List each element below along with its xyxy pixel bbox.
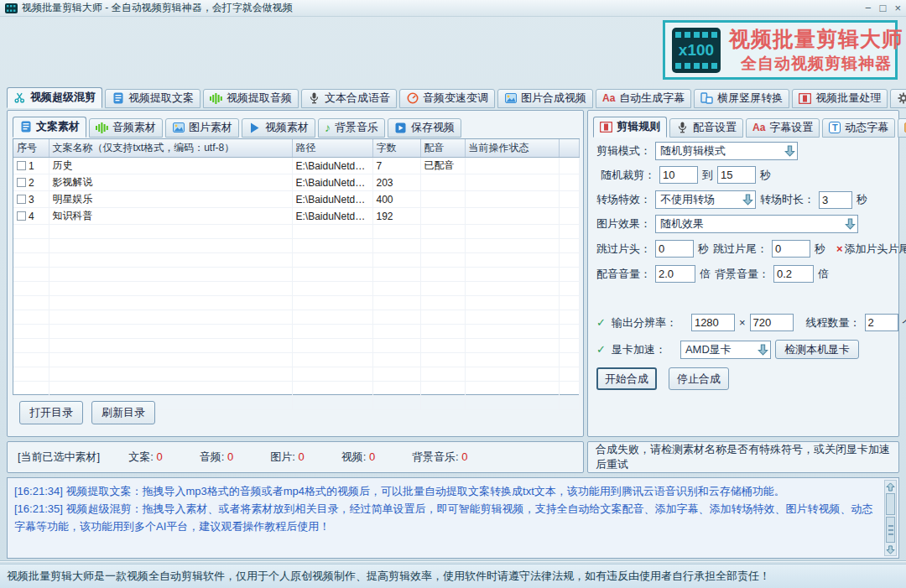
table-cell [292,253,372,268]
table-cell [465,268,559,282]
table-cell [292,239,372,253]
log-output[interactable]: [16:21:34] 视频提取文案：拖拽导入mp3格式的音频或者mp4格式的视频… [7,477,899,559]
skip-tail-input[interactable] [772,240,810,258]
times-label: 倍 [700,267,711,282]
table-cell [13,339,49,353]
gpu-value: AMD显卡 [685,342,732,357]
scroll-up-icon[interactable] [885,481,896,492]
table-cell [559,282,579,296]
open-directory-button[interactable]: 打开目录 [19,401,83,424]
table-cell [13,239,49,253]
x-mark-icon: × [836,242,843,255]
column-header[interactable]: 当前操作状态 [465,139,559,158]
row-checkbox[interactable] [17,178,26,187]
table-cell [559,396,579,410]
empty-table-row [13,353,579,367]
column-header[interactable]: 配音 [420,139,465,158]
skip-head-input[interactable] [655,240,694,258]
main-tab-6[interactable]: Aa自动生成字幕 [596,89,691,108]
table-cell [49,310,292,325]
transition-dropdown[interactable]: 不使用转场 [655,190,756,209]
random-cut-to-input[interactable] [717,166,756,184]
minimize-button[interactable]: − [865,1,872,16]
column-header[interactable]: 路径 [292,139,372,158]
start-compose-button[interactable]: 开始合成 [596,367,657,390]
rules-tab-0[interactable]: 剪辑规则 [593,117,667,138]
table-cell [372,310,420,325]
detect-gpu-button[interactable]: 检测本机显卡 [775,340,859,359]
main-tab-2[interactable]: 视频提取音频 [203,89,299,108]
scroll-down-icon[interactable] [885,544,896,555]
main-tab-0[interactable]: 视频超级混剪 [7,87,102,108]
rules-tab-3[interactable]: T动态字幕 [822,118,895,138]
script-material-table[interactable]: 序号文案名称（仅支持txt格式，编码：utf-8）路径字数配音当前操作状态1历史… [13,138,580,395]
row-checkbox-cell[interactable]: 2 [13,174,49,191]
tab-label: 保存视频 [411,120,455,135]
threads-input[interactable] [865,314,898,331]
image-icon [504,92,517,104]
main-tab-7[interactable]: 横屏竖屏转换 [694,89,789,108]
tab-label: 剪辑规则 [617,119,660,134]
row-checkbox[interactable] [17,211,26,221]
column-header[interactable]: 序号 [13,139,49,158]
compose-status-text: 合成失败，请检测素材名称是否有特殊符号，或关闭显卡加速后重试 [596,442,891,472]
image-effect-dropdown[interactable]: 随机效果 [655,215,858,233]
resolution-height-input[interactable] [750,314,794,331]
log-scrollbar[interactable] [884,480,897,556]
rules-tab-1[interactable]: 配音设置 [669,118,743,138]
table-cell [465,191,559,208]
table-cell [292,339,372,353]
close-button[interactable]: × [894,1,901,16]
column-header[interactable]: 字数 [372,139,420,158]
stop-compose-button[interactable]: 停止合成 [669,367,729,390]
rules-tab-2[interactable]: Aa字幕设置 [746,118,820,138]
rules-tab-4[interactable]: 素材目录 [898,118,906,138]
table-cell [420,310,465,325]
table-row[interactable]: 2影视解说E:\BaiduNetd…203 [13,174,579,191]
tab-label: 视频素材 [265,120,309,135]
table-cell [13,282,49,296]
row-checkbox[interactable] [17,161,26,170]
row-checkbox-cell[interactable]: 3 [13,191,49,208]
tab-label: 自动生成字幕 [619,91,685,106]
main-tab-8[interactable]: 视频批量处理 [792,89,888,108]
table-cell [420,174,465,191]
material-tab-1[interactable]: 音频素材 [89,118,163,138]
voice-volume-input[interactable] [655,265,695,283]
material-tab-3[interactable]: 视频素材 [242,118,315,138]
row-checkbox-cell[interactable]: 1 [13,158,49,174]
table-row[interactable]: 4知识科普E:\BaiduNetd…192 [13,208,579,225]
random-cut-from-input[interactable] [659,166,698,184]
add-head-tail-checkbox[interactable]: ×添加片头片尾 [836,242,906,257]
refresh-directory-button[interactable]: 刷新目录 [91,401,155,424]
edit-mode-dropdown[interactable]: 随机剪辑模式 [655,142,798,160]
scrollbar-track[interactable] [886,493,895,515]
main-tab-4[interactable]: 音频变速变调 [399,89,495,108]
column-header[interactable] [559,139,579,158]
main-tab-9[interactable]: 软件参数设置 [890,89,906,108]
material-tab-5[interactable]: 保存视频 [388,118,461,138]
resolution-width-input[interactable] [691,314,735,331]
row-checkbox-cell[interactable]: 4 [13,208,49,225]
play-icon [248,122,261,133]
main-tab-3[interactable]: 文本合成语音 [301,89,397,108]
column-header[interactable]: 文案名称（仅支持txt格式，编码：utf-8） [49,139,292,158]
transition-duration-input[interactable] [819,191,852,209]
count-value: 0 [227,450,233,463]
material-tab-4[interactable]: ♪背景音乐 [318,118,385,138]
bg-volume-input[interactable] [773,265,814,283]
material-tab-2[interactable]: 图片素材 [165,118,239,138]
material-tab-0[interactable]: 文案素材 [13,117,86,138]
main-tab-5[interactable]: 图片合成视频 [497,89,593,108]
table-cell [420,325,465,339]
table-cell [13,367,49,382]
maximize-button[interactable]: □ [880,1,887,16]
main-tab-1[interactable]: 视频提取文案 [105,89,200,108]
row-checkbox[interactable] [17,195,26,204]
count-label: 图片: [270,450,298,463]
table-row[interactable]: 3明星娱乐E:\BaiduNetd…400 [13,191,579,208]
table-row[interactable]: 1历史E:\BaiduNetd…7已配音 [13,158,579,174]
scrollbar-thumb[interactable] [886,517,895,543]
video-batch-icon [600,121,612,133]
gpu-dropdown[interactable]: AMD显卡 [680,341,771,359]
